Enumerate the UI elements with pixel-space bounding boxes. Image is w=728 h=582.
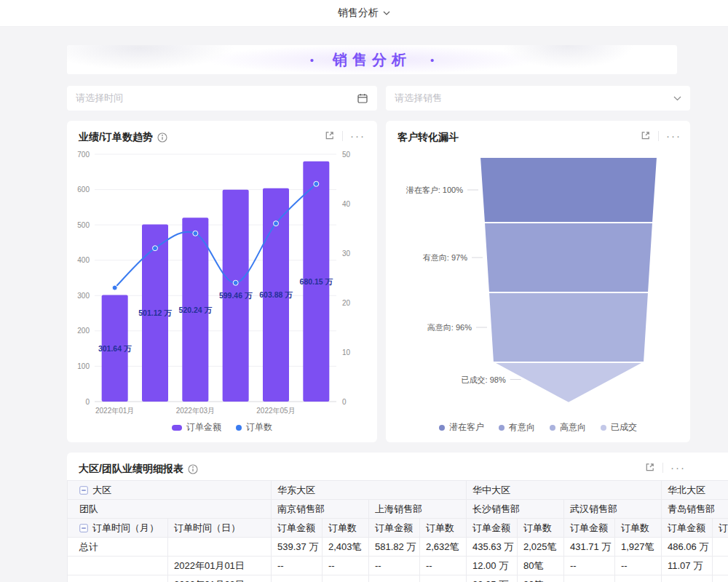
y-left-tick-label: 300 — [77, 292, 90, 300]
x-tick-label: 2022年05月 — [256, 407, 295, 415]
row-month-cell: 总计 — [68, 538, 168, 557]
metric-header[interactable]: 订单金额 — [467, 519, 518, 538]
funnel-stage-label: 已成交: 98% — [462, 375, 506, 384]
more-menu-button[interactable]: ··· — [350, 132, 365, 140]
table-cell: -- — [369, 575, 420, 582]
team-header[interactable]: 长沙销售部 — [467, 500, 564, 519]
table-cell — [713, 557, 728, 575]
legend-item[interactable]: 已成交 — [601, 421, 637, 434]
legend-mark-icon — [439, 425, 445, 431]
more-menu-button[interactable]: ··· — [670, 464, 686, 471]
table-cell: -- — [272, 575, 323, 582]
sales-filter-select[interactable]: 请选择销售 — [386, 86, 690, 111]
metric-header[interactable]: 订单数 — [323, 519, 369, 538]
metric-header[interactable]: 订单数 — [615, 519, 662, 538]
funnel-card-title: 客户转化漏斗 — [397, 131, 459, 144]
table-cell: 486.06 万 — [662, 538, 713, 557]
metric-header[interactable]: 订单金额 — [662, 519, 713, 538]
dashboard-switcher[interactable]: 销售分析 — [338, 7, 390, 20]
table-cell: 12.00 万 — [467, 557, 518, 575]
legend-item[interactable]: 高意向 — [550, 421, 586, 434]
row-day-cell: 2022年01月01日 — [168, 557, 272, 575]
legend-mark-icon — [601, 425, 606, 431]
table-cell: 539.37 万 — [272, 538, 323, 557]
time-filter-placeholder: 请选择时间 — [76, 92, 357, 105]
metric-header[interactable]: 订单数 — [420, 519, 467, 538]
funnel-card-tools: ··· — [640, 130, 681, 141]
team-header[interactable]: 青岛销售部 — [662, 500, 728, 519]
y-left-tick-label: 0 — [85, 398, 90, 406]
funnel-stage[interactable] — [480, 157, 657, 223]
region-header[interactable]: 华北大区 — [662, 481, 728, 500]
table-cell: -- — [369, 557, 420, 575]
region-header[interactable]: 华中大区 — [467, 481, 662, 500]
trend-legend: 订单金额订单数 — [67, 421, 377, 434]
region-header[interactable]: 华东大区 — [272, 481, 467, 500]
export-icon[interactable] — [644, 462, 655, 473]
line-point[interactable] — [233, 280, 238, 285]
topbar: 销售分析 — [0, 0, 728, 27]
legend-label: 订单金额 — [186, 421, 221, 434]
y-right-tick-label: 40 — [342, 200, 351, 208]
export-icon[interactable] — [640, 130, 651, 141]
table-cell: 1,927笔 — [615, 538, 662, 557]
collapse-icon[interactable] — [79, 524, 88, 535]
export-icon[interactable] — [324, 130, 335, 141]
bar-value-label: 520.24 万 — [179, 306, 213, 314]
table-row[interactable]: 2022年01月02日--------22.05 万90笔------ — [68, 575, 728, 582]
region-corner-header: 大区 — [68, 481, 272, 500]
metric-header[interactable]: 订单数 — [518, 519, 564, 538]
table-row[interactable]: 2022年01月01日--------12.00 万80笔----11.07 万 — [68, 557, 728, 575]
y-left-tick-label: 200 — [77, 327, 90, 335]
trend-chart-svg[interactable]: 0100200300400500600700010203040502022年01… — [73, 146, 371, 422]
info-icon[interactable] — [188, 464, 198, 474]
legend-item[interactable]: 有意向 — [499, 421, 535, 434]
y-right-tick-label: 0 — [342, 398, 347, 406]
funnel-stage[interactable] — [484, 223, 653, 292]
topbar-title-text: 销售分析 — [338, 7, 379, 20]
table-cell: 90笔 — [518, 575, 564, 582]
report-card-head: 大区/团队业绩明细报表 — [67, 453, 728, 476]
metric-header[interactable]: 订单金额 — [564, 519, 615, 538]
banner-dot-right: • — [430, 54, 434, 66]
legend-item[interactable]: 潜在客户 — [439, 421, 484, 434]
funnel-stage[interactable] — [488, 292, 649, 362]
table-header-row: 大区华东大区华中大区华北大区 — [68, 481, 728, 500]
table-cell: 22.05 万 — [467, 575, 518, 582]
table-cell: -- — [615, 557, 662, 575]
bar-value-label: 680.15 万 — [300, 277, 333, 286]
line-point[interactable] — [153, 246, 158, 251]
legend-mark-icon — [550, 425, 555, 431]
metric-header[interactable]: 订单数 — [713, 519, 728, 538]
banner-title: 销售分析 — [333, 50, 411, 70]
metric-header[interactable]: 订单金额 — [369, 519, 420, 538]
collapse-icon[interactable] — [79, 486, 88, 497]
legend-item[interactable]: 订单金额 — [172, 421, 221, 434]
line-point[interactable] — [314, 181, 319, 186]
bar-value-label: 599.46 万 — [219, 291, 253, 300]
legend-label: 潜在客户 — [449, 421, 484, 434]
time-filter-input[interactable]: 请选择时间 — [67, 86, 377, 111]
funnel-chart-svg[interactable]: 潜在客户: 100%有意向: 97%高意向: 96%已成交: 98% — [392, 147, 684, 409]
line-point[interactable] — [193, 231, 198, 236]
report-card: 大区/团队业绩明细报表 ··· 大区华东大区华中大区华北大区团队南京销售部上海销… — [67, 453, 728, 582]
tool-divider — [662, 463, 663, 473]
line-point[interactable] — [274, 221, 279, 226]
legend-label: 高意向 — [560, 421, 586, 434]
info-icon[interactable] — [157, 132, 167, 143]
line-point[interactable] — [112, 285, 117, 290]
funnel-stage[interactable] — [493, 362, 644, 403]
metric-header[interactable]: 订单金额 — [272, 519, 323, 538]
more-menu-button[interactable]: ··· — [666, 132, 681, 140]
table-cell: -- — [564, 575, 615, 582]
legend-mark-icon — [499, 425, 505, 431]
table-row[interactable]: 总计539.37 万2,403笔581.82 万2,632笔435.63 万2,… — [68, 538, 728, 557]
funnel-stage-label: 高意向: 96% — [427, 323, 472, 332]
team-header[interactable]: 武汉销售部 — [564, 500, 662, 519]
legend-item[interactable]: 订单数 — [236, 421, 272, 434]
team-header[interactable]: 上海销售部 — [369, 500, 467, 519]
table-cell: -- — [420, 557, 467, 575]
table-cell: -- — [420, 575, 467, 582]
team-header[interactable]: 南京销售部 — [272, 500, 369, 519]
trend-card: 业绩/订单数趋势 ··· 010020030040050060070001020… — [67, 121, 377, 442]
